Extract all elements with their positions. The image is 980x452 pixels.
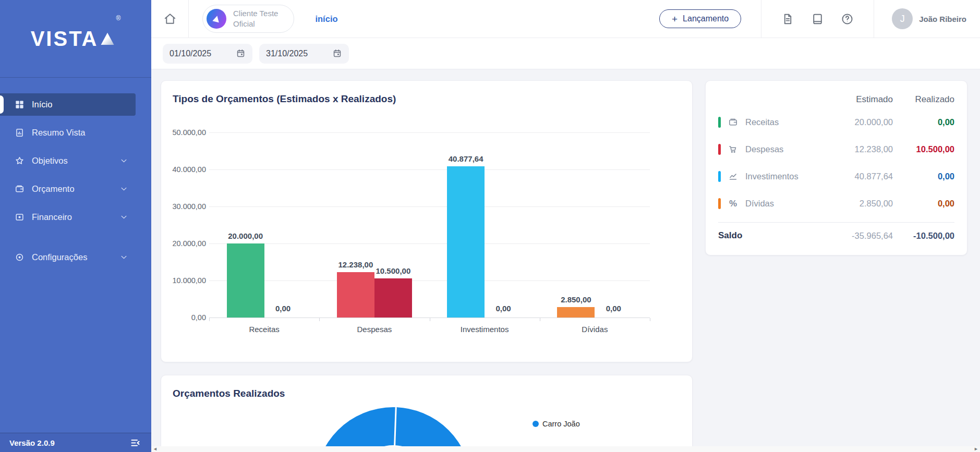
version-label: Versão 2.0.9 [9, 438, 55, 447]
sidebar-menu: InícioResumo VistaObjetivosOrçamentoFina… [0, 78, 151, 433]
date-filter-bar: 01/10/2025 31/10/2025 [151, 38, 980, 69]
estimado-bar-label: 2.850,00 [539, 295, 612, 304]
horizontal-scrollbar[interactable]: ◄ ► [151, 446, 980, 452]
gridline [209, 132, 650, 133]
sidebar-item-resumo-vista[interactable]: Resumo Vista [0, 121, 136, 144]
main-area: Cliente Teste Oficial início + Lançament… [151, 0, 980, 452]
money-icon [15, 212, 25, 222]
x-axis-category-label: Receitas [220, 325, 309, 334]
legend-label: Carro João [542, 420, 580, 428]
summary-header: Estimado Realizado [718, 94, 954, 105]
estimado-value: 40.877,64 [815, 172, 893, 181]
summary-row-dividas: %Dívidas2.850,000,00 [718, 192, 954, 215]
realized-budgets-card: Orçamentos Realizados Carro João [161, 375, 693, 452]
x-axis-category-label: Investimentos [440, 325, 529, 334]
saldo-label: Saldo [718, 230, 742, 241]
bar-chart: 0,0010.000,0020.000,0030.000,0040.000,00… [173, 110, 681, 339]
sidebar-item-inicio[interactable]: Início [0, 93, 136, 116]
brand-logo[interactable]: VISTA ® [0, 0, 151, 77]
brand-triangle-icon [100, 31, 115, 46]
saldo-realizado: -10.500,00 [893, 231, 954, 241]
category-color-pill [718, 144, 721, 155]
summary-row-despesas: Despesas12.238,0010.500,00 [718, 138, 954, 161]
pie-slice[interactable] [315, 407, 471, 452]
x-axis-tick [430, 318, 430, 321]
y-axis-tick-label: 50.000,00 [166, 128, 206, 137]
estimado-column-header: Estimado [815, 94, 893, 105]
topbar-right: + Lançamento [659, 0, 980, 38]
x-axis-category-label: Dívidas [550, 325, 639, 334]
content: Tipos de Orçamentos (Estimados x Realiza… [151, 69, 980, 452]
start-date-input[interactable]: 01/10/2025 [163, 44, 252, 64]
client-name: Cliente Teste Oficial [233, 8, 278, 30]
client-selector[interactable]: Cliente Teste Oficial [202, 5, 294, 33]
topbar-icons [761, 13, 874, 26]
x-axis-category-label: Despesas [330, 325, 419, 334]
calendar-icon [236, 48, 246, 58]
realizado-value: 0,00 [893, 199, 954, 209]
file-text-icon[interactable] [781, 13, 794, 26]
category-color-pill [718, 117, 721, 128]
realizado-value: 10.500,00 [893, 144, 954, 154]
dashboard-icon [15, 100, 25, 109]
brand-text: VISTA [31, 28, 99, 49]
sidebar-item-financeiro[interactable]: Financeiro [0, 206, 136, 228]
end-date-input[interactable]: 31/10/2025 [259, 44, 349, 64]
registered-mark: ® [116, 15, 120, 22]
summary-row-receitas: Receitas20.000,000,00 [718, 111, 954, 133]
saldo-estimado: -35.965,64 [815, 231, 893, 241]
gridline [209, 243, 650, 244]
estimado-bar-despesas[interactable] [337, 272, 374, 317]
percent-icon: % [728, 199, 739, 208]
help-icon[interactable] [841, 13, 854, 26]
summary-divider [718, 222, 954, 223]
sidebar-item-objetivos[interactable]: Objetivos [0, 150, 136, 172]
app-root: VISTA ® InícioResumo VistaObjetivosOrçam… [0, 0, 980, 452]
user-avatar: J [892, 8, 913, 29]
realizado-bar-label: 0,00 [577, 304, 650, 313]
sidebar: VISTA ® InícioResumo VistaObjetivosOrçam… [0, 0, 151, 452]
home-button[interactable] [151, 0, 189, 38]
new-entry-button[interactable]: + Lançamento [659, 9, 741, 28]
category-color-pill [718, 198, 721, 209]
realizado-bar-label: 0,00 [467, 304, 540, 313]
summary-row-investimentos: Investimentos40.877,640,00 [718, 165, 954, 188]
legend-dot [533, 421, 539, 427]
breadcrumb[interactable]: início [315, 14, 337, 24]
chevron-down-icon [120, 157, 128, 165]
estimado-value: 12.238,00 [815, 144, 893, 154]
estimado-value: 2.850,00 [815, 199, 893, 209]
budget-types-chart-card: Tipos de Orçamentos (Estimados x Realiza… [161, 80, 693, 362]
estimado-value: 20.000,00 [815, 117, 893, 127]
realizado-column-header: Realizado [893, 94, 954, 105]
realizado-bar-despesas[interactable] [374, 278, 412, 317]
sidebar-item-configuracoes[interactable]: Configurações [0, 246, 136, 268]
home-icon [163, 12, 177, 26]
topbar: Cliente Teste Oficial início + Lançament… [151, 0, 980, 38]
realizado-bar-label: 10.500,00 [357, 266, 430, 276]
client-avatar-icon [207, 9, 226, 29]
realizado-bar-label: 0,00 [247, 304, 320, 313]
pie-legend: Carro João [533, 420, 580, 428]
x-axis-tick [209, 318, 210, 321]
collapse-sidebar-icon[interactable] [130, 437, 141, 448]
summary-rows: Receitas20.000,000,00Despesas12.238,0010… [718, 111, 954, 215]
y-axis-tick-label: 40.000,00 [166, 165, 206, 174]
realizado-value: 0,00 [893, 117, 954, 127]
summary-panel: Estimado Realizado Receitas20.000,000,00… [705, 80, 967, 255]
user-name: João Ribeiro [919, 15, 966, 23]
x-axis-tick [650, 318, 650, 321]
calendar-icon [332, 48, 342, 58]
realizado-value: 0,00 [893, 172, 954, 181]
scroll-left-arrow-icon[interactable]: ◄ [153, 447, 158, 451]
sidebar-item-orcamento[interactable]: Orçamento [0, 178, 136, 200]
y-axis-tick-label: 10.000,00 [166, 276, 206, 285]
estimado-bar-investimentos[interactable] [447, 166, 485, 317]
user-menu[interactable]: J João Ribeiro [874, 8, 980, 29]
scroll-right-arrow-icon[interactable]: ► [974, 447, 978, 451]
book-icon[interactable] [811, 13, 824, 26]
x-axis-tick [540, 318, 540, 321]
plus-icon: + [672, 14, 677, 24]
gridline [209, 206, 650, 207]
cart-icon [728, 144, 739, 154]
